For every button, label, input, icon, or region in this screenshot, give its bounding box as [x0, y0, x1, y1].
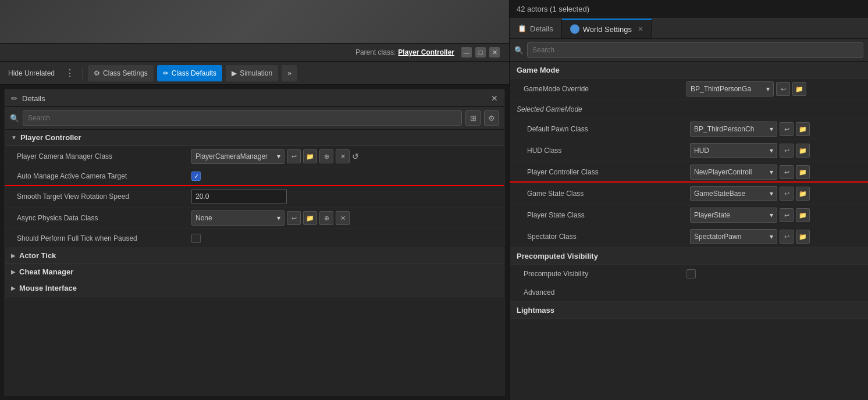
section-actor-tick[interactable]: ▶ Actor Tick	[5, 248, 504, 264]
auto-manage-checkbox[interactable]: ✓	[191, 172, 201, 181]
player-state-value: PlayerState	[694, 211, 730, 219]
maximize-button[interactable]: □	[475, 47, 486, 58]
close-button[interactable]: ✕	[489, 47, 500, 58]
section-arrow-mouse-interface: ▶	[11, 285, 16, 291]
world-settings-tab-close[interactable]: ✕	[638, 25, 643, 33]
camera-manager-clear-button[interactable]: ✕	[336, 149, 350, 163]
game-state-dropdown[interactable]: GameStateBase ▾	[690, 186, 777, 201]
prop-label-player-state: Player State Class	[527, 211, 690, 219]
async-physics-add-button[interactable]: ⊕	[319, 211, 333, 225]
full-tick-checkbox[interactable]	[191, 234, 201, 243]
details-settings-button[interactable]: ⚙	[484, 110, 499, 126]
prop-label-rotation-speed: Smooth Target View Rotation Speed	[17, 192, 191, 201]
prop-row-advanced[interactable]: Advanced	[510, 283, 868, 302]
default-pawn-value: BP_ThirdPersonCh	[694, 125, 754, 133]
right-search-row: 🔍	[510, 39, 868, 62]
default-pawn-dropdown[interactable]: BP_ThirdPersonCh ▾	[690, 122, 777, 137]
toolbar-dots-button[interactable]: ⋮	[62, 66, 78, 80]
parent-class-label: Parent class:	[355, 48, 396, 56]
prop-row-rotation-speed: Smooth Target View Rotation Speed	[5, 186, 504, 208]
checkmark-icon: ✓	[194, 173, 199, 180]
grid-view-button[interactable]: ⊞	[465, 110, 481, 126]
dropdown-arrow-2: ▾	[277, 214, 280, 222]
right-search-input[interactable]	[527, 42, 863, 58]
section-player-controller[interactable]: ▼ Player Controller	[5, 130, 504, 146]
right-content[interactable]: Game Mode GameMode Override BP_ThirdPers…	[510, 62, 868, 400]
section-mouse-interface[interactable]: ▶ Mouse Interface	[5, 280, 504, 297]
panel-header: ✏ Details ✕	[5, 90, 504, 107]
red-underline-annotation	[510, 181, 868, 183]
simulation-label: Simulation	[240, 69, 272, 77]
details-scroll[interactable]: ▼ Player Controller Player Camera Manage…	[5, 130, 504, 395]
prop-value-game-state: GameStateBase ▾ ↩ 📁	[690, 186, 861, 201]
camera-manager-dropdown[interactable]: PlayerCameraManager ▾	[191, 149, 284, 164]
section-title-lightmass: Lightmass	[517, 306, 554, 315]
precompute-visibility-checkbox[interactable]	[686, 269, 696, 278]
rotation-speed-input[interactable]	[191, 189, 287, 204]
player-controller-folder-button[interactable]: 📁	[796, 165, 810, 179]
camera-manager-folder-button[interactable]: 📁	[303, 149, 317, 163]
right-search-icon: 🔍	[514, 46, 524, 55]
section-title-cheat-manager: Cheat Manager	[19, 267, 73, 276]
panel-close-button[interactable]: ✕	[491, 94, 498, 103]
more-button[interactable]: »	[282, 65, 297, 81]
spectator-folder-button[interactable]: 📁	[796, 230, 810, 244]
right-tabs: 📋 Details World Settings ✕	[510, 19, 868, 39]
hud-class-dropdown[interactable]: HUD ▾	[690, 143, 777, 158]
prop-row-auto-manage: Auto Manage Active Camera Target ✓	[5, 167, 504, 186]
prop-value-spectator-class: SpectatorPawn ▾ ↩ 📁	[690, 229, 861, 244]
camera-manager-add-button[interactable]: ⊕	[319, 149, 333, 163]
default-pawn-folder-button[interactable]: 📁	[796, 122, 810, 136]
default-pawn-browse-button[interactable]: ↩	[780, 122, 794, 136]
hud-class-folder-button[interactable]: 📁	[796, 144, 810, 158]
camera-manager-reset-button[interactable]: ↺	[352, 152, 359, 161]
prop-value-default-pawn: BP_ThirdPersonCh ▾ ↩ 📁	[690, 122, 861, 137]
viewport-bg	[0, 0, 509, 43]
player-state-browse-button[interactable]: ↩	[780, 208, 794, 222]
tab-world-settings[interactable]: World Settings ✕	[562, 19, 652, 38]
gamemode-override-dropdown[interactable]: BP_ThirdPersonGa ▾	[686, 81, 774, 97]
panel-title: Details	[22, 94, 486, 103]
class-settings-button[interactable]: ⚙ Class Settings	[88, 65, 154, 81]
prop-value-player-state: PlayerState ▾ ↩ 📁	[690, 208, 861, 223]
simulation-button[interactable]: ▶ Simulation	[226, 65, 278, 81]
game-state-folder-button[interactable]: 📁	[796, 187, 810, 201]
class-defaults-button[interactable]: ✏ Class Defaults	[157, 65, 222, 81]
player-state-dropdown[interactable]: PlayerState ▾	[690, 208, 777, 223]
spectator-class-dropdown[interactable]: SpectatorPawn ▾	[690, 229, 777, 244]
toolbar-separator-1	[83, 67, 83, 80]
prop-label-camera-manager: Player Camera Manager Class	[17, 152, 191, 160]
player-controller-dropdown[interactable]: NewPlayerControll ▾	[690, 165, 777, 180]
spectator-browse-button[interactable]: ↩	[780, 230, 794, 244]
minimize-button[interactable]: —	[461, 47, 472, 58]
prop-value-rotation-speed	[191, 189, 497, 204]
window-controls: — □ ✕	[461, 47, 500, 58]
details-tab-label: Details	[530, 24, 553, 33]
prop-row-default-pawn: Default Pawn Class BP_ThirdPersonCh ▾ ↩ …	[510, 119, 868, 140]
gamemode-folder-button[interactable]: 📁	[792, 82, 806, 96]
world-settings-tab-label: World Settings	[583, 25, 632, 34]
search-input[interactable]	[23, 110, 462, 126]
async-physics-folder-button[interactable]: 📁	[303, 211, 317, 225]
async-physics-browse-button[interactable]: ↩	[287, 211, 301, 225]
section-cheat-manager[interactable]: ▶ Cheat Manager	[5, 264, 504, 280]
player-state-folder-button[interactable]: 📁	[796, 208, 810, 222]
async-physics-clear-button[interactable]: ✕	[336, 211, 350, 225]
default-pawn-arrow: ▾	[770, 125, 773, 133]
hide-unrelated-label[interactable]: Hide Unrelated	[5, 67, 58, 80]
game-state-browse-button[interactable]: ↩	[780, 187, 794, 201]
player-controller-value: NewPlayerControll	[694, 168, 752, 176]
camera-manager-browse-button[interactable]: ↩	[287, 149, 301, 163]
hud-class-arrow: ▾	[770, 147, 773, 155]
prop-label-async-physics: Async Physics Data Class	[17, 214, 191, 222]
section-lightmass: Lightmass	[510, 302, 868, 319]
section-title-player-controller: Player Controller	[20, 133, 81, 142]
selected-gamemode-label: Selected GameMode	[517, 105, 582, 113]
hud-class-browse-button[interactable]: ↩	[780, 144, 794, 158]
tab-details[interactable]: 📋 Details	[510, 20, 562, 38]
parent-class-link[interactable]: Player Controller	[398, 48, 454, 56]
gamemode-browse-button[interactable]: ↩	[776, 82, 790, 96]
globe-icon	[570, 24, 579, 34]
player-controller-browse-button[interactable]: ↩	[780, 165, 794, 179]
async-physics-dropdown[interactable]: None ▾	[191, 210, 284, 226]
